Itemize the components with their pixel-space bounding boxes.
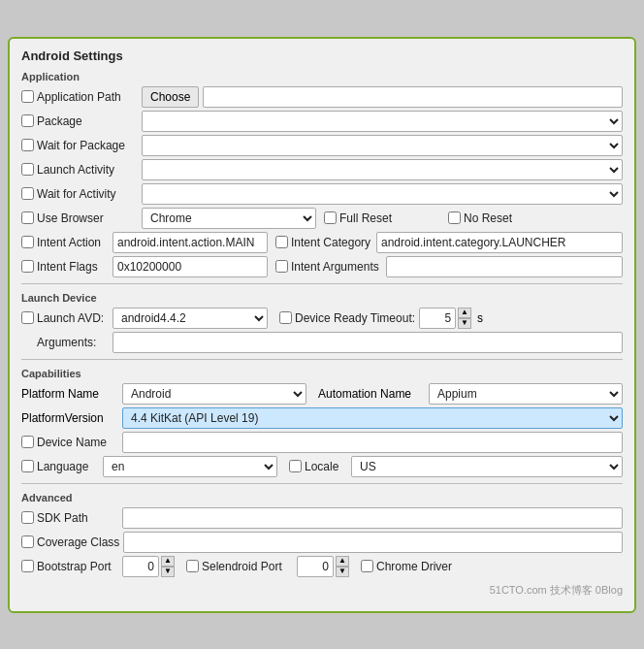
selendroid-port-input[interactable] bbox=[297, 556, 334, 577]
no-reset-checkbox[interactable] bbox=[448, 211, 461, 224]
coverage-class-row: Coverage Class bbox=[21, 532, 623, 553]
full-reset-checkbox[interactable] bbox=[324, 211, 337, 224]
bootstrap-port-spinner: ▲ ▼ bbox=[122, 556, 175, 577]
platform-name-text-label: Platform Name bbox=[21, 387, 118, 401]
bootstrap-spinner-buttons: ▲ ▼ bbox=[161, 556, 175, 577]
device-ready-timeout-label: Device Ready Timeout: bbox=[279, 311, 415, 325]
platform-version-row: PlatformVersion 2.3 Gingerbread 4.0 Ice … bbox=[21, 407, 623, 429]
language-select[interactable]: en fr de zh bbox=[103, 456, 277, 477]
wait-for-activity-label: Wait for Activity bbox=[21, 187, 138, 201]
intent-action-label: Intent Action bbox=[21, 236, 109, 249]
locale-select[interactable]: US UK DE FR bbox=[351, 456, 623, 477]
sdk-path-label: SDK Path bbox=[21, 511, 118, 525]
selendroid-port-checkbox[interactable] bbox=[186, 560, 199, 572]
intent-arguments-checkbox[interactable] bbox=[275, 260, 288, 273]
wait-for-activity-select[interactable] bbox=[142, 183, 623, 205]
use-browser-row: Use Browser Chrome Safari Firefox Full R… bbox=[21, 208, 623, 229]
selendroid-spinner-buttons: ▲ ▼ bbox=[336, 556, 349, 577]
launch-avd-select[interactable]: android4.4.2 bbox=[113, 308, 268, 329]
coverage-class-checkbox[interactable] bbox=[21, 535, 34, 548]
sdk-path-input[interactable] bbox=[122, 507, 623, 529]
selendroid-spinner-down[interactable]: ▼ bbox=[336, 567, 349, 577]
platform-version-select[interactable]: 2.3 Gingerbread 4.0 Ice Cream Sandwich 4… bbox=[122, 407, 623, 429]
chrome-driver-label: Chrome Driver bbox=[361, 560, 452, 573]
package-checkbox[interactable] bbox=[21, 114, 34, 127]
device-name-label: Device Name bbox=[21, 436, 118, 449]
use-browser-select[interactable]: Chrome Safari Firefox bbox=[142, 208, 316, 229]
chrome-driver-checkbox[interactable] bbox=[361, 560, 373, 572]
intent-action-checkbox[interactable] bbox=[21, 236, 34, 248]
full-reset-label: Full Reset bbox=[324, 211, 440, 225]
intent-category-checkbox[interactable] bbox=[275, 236, 288, 248]
language-locale-row: Language en fr de zh Locale US UK DE FR bbox=[21, 456, 623, 477]
bootstrap-spinner-down[interactable]: ▼ bbox=[161, 567, 175, 577]
bootstrap-port-input[interactable] bbox=[122, 556, 159, 577]
intent-arguments-input[interactable] bbox=[386, 256, 623, 277]
section-application: Application bbox=[21, 71, 623, 82]
selendroid-port-label: Selendroid Port bbox=[186, 560, 293, 573]
package-select[interactable] bbox=[142, 111, 623, 132]
automation-name-select[interactable]: Appium Selendroid bbox=[429, 383, 623, 405]
wait-for-package-checkbox[interactable] bbox=[21, 139, 34, 151]
launch-activity-checkbox[interactable] bbox=[21, 163, 34, 176]
device-ready-timeout-checkbox[interactable] bbox=[279, 311, 292, 324]
choose-button[interactable]: Choose bbox=[142, 86, 199, 108]
launch-activity-row: Launch Activity bbox=[21, 159, 623, 180]
application-path-checkbox[interactable] bbox=[21, 90, 34, 103]
intent-flags-row: Intent Flags Intent Arguments bbox=[21, 256, 623, 277]
no-reset-label: No Reset bbox=[448, 211, 564, 225]
application-path-row: Application Path Choose bbox=[21, 86, 623, 108]
watermark: 51CTO.com 技术博客 0Blog bbox=[21, 583, 623, 598]
language-label: Language bbox=[21, 460, 99, 473]
arguments-label: Arguments: bbox=[21, 336, 109, 349]
intent-flags-label: Intent Flags bbox=[21, 260, 109, 274]
launch-activity-select[interactable] bbox=[142, 159, 623, 180]
section-capabilities: Capabilities bbox=[21, 368, 623, 379]
spinner-down-button[interactable]: ▼ bbox=[458, 318, 471, 329]
wait-for-package-label: Wait for Package bbox=[21, 139, 138, 152]
selendroid-spinner-up[interactable]: ▲ bbox=[336, 556, 349, 567]
intent-arguments-label: Intent Arguments bbox=[275, 260, 382, 274]
use-browser-label: Use Browser bbox=[21, 211, 138, 225]
intent-action-input[interactable] bbox=[113, 232, 268, 253]
spinner-buttons: ▲ ▼ bbox=[458, 308, 471, 329]
package-row: Package bbox=[21, 111, 623, 132]
intent-category-label: Intent Category bbox=[275, 236, 372, 249]
sdk-path-checkbox[interactable] bbox=[21, 511, 34, 524]
device-name-checkbox[interactable] bbox=[21, 436, 34, 448]
wait-for-activity-checkbox[interactable] bbox=[21, 187, 34, 200]
package-label: Package bbox=[21, 114, 138, 128]
coverage-class-label: Coverage Class bbox=[21, 535, 119, 549]
spinner-up-button[interactable]: ▲ bbox=[458, 308, 471, 318]
section-launch-device: Launch Device bbox=[21, 292, 623, 304]
ports-row: Bootstrap Port ▲ ▼ Selendroid Port ▲ ▼ C… bbox=[21, 556, 623, 577]
timeout-unit: s bbox=[477, 311, 483, 325]
automation-name-text-label: Automation Name bbox=[318, 387, 425, 401]
sdk-path-row: SDK Path bbox=[21, 507, 623, 529]
device-ready-timeout-input[interactable] bbox=[419, 308, 456, 329]
bootstrap-port-checkbox[interactable] bbox=[21, 560, 34, 572]
intent-category-input[interactable] bbox=[376, 232, 623, 253]
device-name-input[interactable] bbox=[122, 432, 623, 453]
application-path-input[interactable] bbox=[203, 86, 623, 108]
intent-flags-checkbox[interactable] bbox=[21, 260, 34, 273]
locale-checkbox[interactable] bbox=[289, 460, 302, 472]
wait-for-package-select[interactable] bbox=[142, 135, 623, 156]
wait-for-package-row: Wait for Package bbox=[21, 135, 623, 156]
launch-avd-checkbox[interactable] bbox=[21, 311, 34, 324]
use-browser-checkbox[interactable] bbox=[21, 211, 34, 224]
bootstrap-port-label: Bootstrap Port bbox=[21, 560, 118, 573]
application-path-label: Application Path bbox=[21, 90, 138, 104]
platform-name-select[interactable]: Android iOS bbox=[122, 383, 306, 405]
coverage-class-input[interactable] bbox=[123, 532, 623, 553]
launch-avd-row: Launch AVD: android4.4.2 Device Ready Ti… bbox=[21, 308, 623, 329]
wait-for-activity-row: Wait for Activity bbox=[21, 183, 623, 205]
language-checkbox[interactable] bbox=[21, 460, 34, 472]
arguments-input[interactable] bbox=[113, 332, 623, 353]
intent-flags-input[interactable] bbox=[113, 256, 268, 277]
panel-title: Android Settings bbox=[21, 49, 623, 63]
arguments-row: Arguments: bbox=[21, 332, 623, 353]
section-advanced: Advanced bbox=[21, 492, 623, 503]
bootstrap-spinner-up[interactable]: ▲ bbox=[161, 556, 175, 567]
platform-version-text-label: PlatformVersion bbox=[21, 411, 118, 425]
